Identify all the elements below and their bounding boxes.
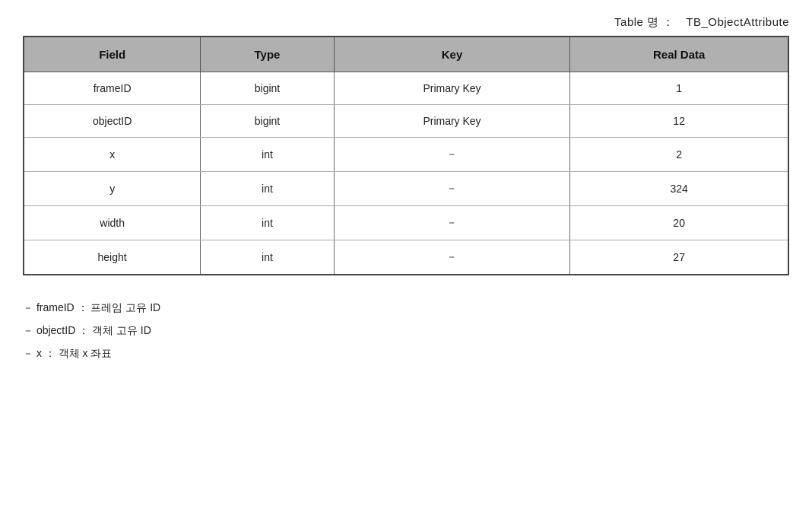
col-header-type: Type (201, 37, 334, 72)
cell-type-3: int (201, 172, 334, 206)
cell-field-2: x (24, 138, 201, 172)
cell-realData-3: 324 (570, 172, 788, 206)
note-item: － frameID ： 프레임 고유 ID (23, 297, 789, 318)
cell-realData-1: 12 (570, 105, 788, 138)
cell-key-2: － (334, 138, 570, 172)
table-title: Table 명 ： TB_ObjectAttribute (23, 15, 789, 30)
notes-section: － frameID ： 프레임 고유 ID－ objectID ： 객체 고유 … (23, 297, 789, 364)
cell-type-1: bigint (201, 105, 334, 138)
cell-key-3: － (334, 172, 570, 206)
cell-type-5: int (201, 240, 334, 275)
col-header-field: Field (24, 37, 201, 72)
cell-key-1: Primary Key (334, 105, 570, 138)
cell-realData-0: 1 (570, 72, 788, 105)
table-row: heightint－27 (24, 240, 788, 275)
cell-type-4: int (201, 206, 334, 240)
cell-realData-4: 20 (570, 206, 788, 240)
cell-field-0: frameID (24, 72, 201, 105)
cell-key-0: Primary Key (334, 72, 570, 105)
cell-key-5: － (334, 240, 570, 275)
cell-realData-2: 2 (570, 138, 788, 172)
table-row: widthint－20 (24, 206, 788, 240)
note-item: － objectID ： 객체 고유 ID (23, 320, 789, 341)
cell-type-0: bigint (201, 72, 334, 105)
col-header-realdata: Real Data (570, 37, 788, 72)
note-item: － x ： 객체 x 좌표 (23, 342, 789, 364)
table-row: objectIDbigintPrimary Key12 (24, 105, 788, 138)
cell-field-1: objectID (24, 105, 201, 138)
cell-realData-5: 27 (570, 240, 788, 275)
db-table: Field Type Key Real Data frameIDbigintPr… (23, 36, 789, 275)
cell-field-4: width (24, 206, 201, 240)
table-row: xint－2 (24, 138, 788, 172)
col-header-key: Key (334, 37, 570, 72)
cell-key-4: － (334, 206, 570, 240)
cell-field-5: height (24, 240, 201, 275)
cell-field-3: y (24, 172, 201, 206)
cell-type-2: int (201, 138, 334, 172)
table-row: frameIDbigintPrimary Key1 (24, 72, 788, 105)
table-header-row: Field Type Key Real Data (24, 37, 788, 72)
table-row: yint－324 (24, 172, 788, 206)
